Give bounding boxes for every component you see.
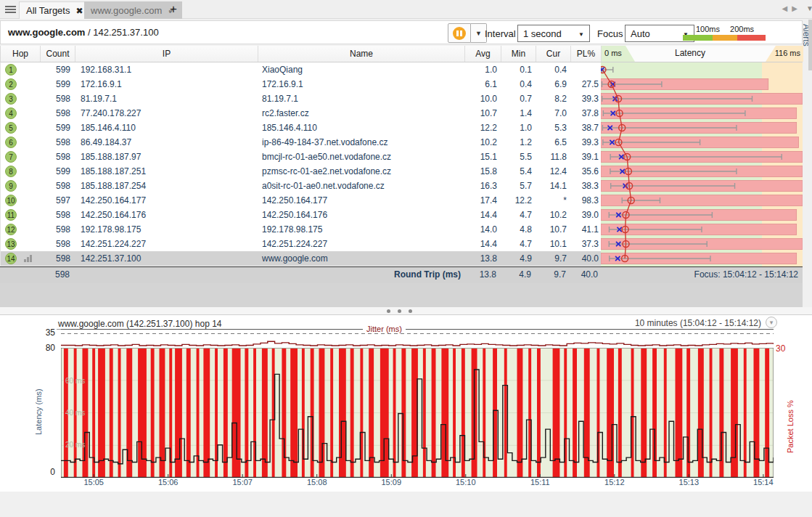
new-tab-button[interactable]: +	[165, 2, 181, 17]
hop-avg: 6.1	[465, 79, 497, 89]
hop-row-6[interactable]: 659886.49.184.37ip-86-49-184-37.net.voda…	[1, 135, 602, 150]
hop-cur: 0.4	[536, 65, 567, 75]
hop-min: 0.4	[501, 79, 532, 89]
hop-badge: 10	[5, 195, 17, 206]
hop-pl: 39.3	[571, 94, 599, 104]
vertical-scrollbar[interactable]	[808, 20, 812, 70]
tab-all-targets[interactable]: All Targets ✖	[19, 1, 91, 19]
hop-min: 1.2	[501, 137, 532, 147]
hop-ip: 142.251.37.100	[81, 253, 141, 264]
tab-scroll-arrows[interactable]: ◀▶	[782, 4, 802, 12]
hop-row-9[interactable]: 9598185.188.187.254a0sit-rc-01-ae0.net.v…	[1, 179, 602, 193]
tab-all-targets-label: All Targets	[26, 5, 70, 16]
hop-ip: 185.188.187.251	[81, 166, 146, 176]
hop-ip: 185.146.4.110	[81, 123, 136, 133]
hop-cur: 10.2	[536, 210, 567, 220]
gridline-label-40: 40 ms	[65, 409, 85, 417]
hop-ip: 192.168.31.1	[81, 65, 131, 75]
col-cur[interactable]: Cur	[536, 46, 571, 62]
hop-cur: 10.1	[536, 239, 567, 249]
hop-cur: 11.8	[536, 152, 567, 162]
close-icon[interactable]: ✖	[75, 6, 83, 16]
hop-name: 142.250.164.176	[262, 210, 327, 220]
timeline-title: www.google.com (142.251.37.100) hop 14	[58, 319, 222, 329]
col-name[interactable]: Name	[258, 46, 465, 62]
graph-shown-icon	[24, 255, 33, 262]
summary-row: 598 Round Trip (ms) 13.8 4.9 9.7 40.0 Fo…	[0, 266, 803, 283]
hop-name: bmcjl-rc-01-ae50.net.vodafone.cz	[262, 152, 391, 162]
hop-ip: 81.19.7.1	[81, 94, 117, 104]
hop-min: 4.7	[501, 210, 532, 220]
gridline-label-20: 20 ms	[65, 441, 85, 449]
table-header: Hop Count IP Name Avg Min Cur PL% 0 ms L…	[0, 46, 803, 62]
col-count[interactable]: Count	[41, 46, 75, 62]
timeline-chart[interactable]	[61, 348, 774, 478]
hop-row-2[interactable]: 2599172.16.9.1172.16.9.16.10.46.927.5	[1, 77, 602, 91]
timeline-panel: www.google.com (142.251.37.100) hop 14 1…	[0, 314, 812, 517]
hop-pl: 37.3	[571, 239, 599, 249]
col-latency-graph[interactable]: 0 ms Latency 116 ms	[602, 46, 803, 62]
scrollbar-area	[0, 492, 812, 517]
hop-row-4[interactable]: 459877.240.178.227rc2.faster.cz10.71.47.…	[1, 106, 602, 121]
col-min[interactable]: Min	[501, 46, 536, 62]
hop-ip: 86.49.184.37	[81, 137, 131, 147]
hop-row-11[interactable]: 11598142.250.164.176142.250.164.17614.44…	[1, 208, 602, 222]
hop-min: 5.4	[501, 166, 532, 176]
hop-row-10[interactable]: 10597142.250.164.177142.250.164.17717.41…	[1, 193, 602, 208]
hop-row-3[interactable]: 359881.19.7.181.19.7.110.00.78.239.3	[1, 91, 602, 106]
hop-row-7[interactable]: 7598185.188.187.97bmcjl-rc-01-ae50.net.v…	[1, 150, 602, 164]
legend-200ms: 200ms	[730, 25, 754, 33]
time-tick-15:14: 15:14	[753, 478, 774, 487]
hop-min: 1.0	[501, 123, 532, 133]
hop-count: 598	[41, 239, 70, 249]
hop-badge: 3	[5, 93, 17, 105]
hop-row-13[interactable]: 13598142.251.224.227142.251.224.22714.44…	[1, 237, 602, 251]
hop-row-1[interactable]: 1599192.168.31.1XiaoQiang1.00.10.4	[1, 62, 602, 77]
jitter-axis-max: 35	[38, 327, 55, 338]
hop-cur: 6.9	[536, 79, 567, 89]
hop-avg: 1.0	[465, 65, 497, 75]
hop-name: www.google.com	[262, 253, 328, 264]
hop-name: 192.178.98.175	[262, 224, 322, 235]
timeline-range[interactable]: 10 minutes (15:04:12 - 15:14:12)	[635, 318, 761, 328]
hop-row-14[interactable]: 14598142.251.37.100www.google.com13.84.9…	[1, 251, 602, 266]
hop-cur: 7.0	[536, 108, 567, 118]
pause-button[interactable]	[448, 23, 471, 43]
interval-select[interactable]: 1 second▼	[517, 25, 590, 42]
hop-pl: 41.1	[571, 224, 599, 235]
hop-badge: 7	[5, 151, 17, 163]
summary-pl: 40.0	[570, 269, 598, 280]
latency-color-legend: 100ms200ms	[683, 25, 766, 41]
hop-pl: 38.3	[571, 181, 599, 191]
col-avg[interactable]: Avg	[465, 46, 501, 62]
hop-row-12[interactable]: 12598192.178.98.175192.178.98.17514.04.8…	[1, 222, 602, 237]
hop-count: 597	[41, 195, 70, 205]
chevron-down-icon: ▼	[578, 31, 584, 38]
hop-row-8[interactable]: 8599185.188.187.251pzmsc-rc-01-ae2.net.v…	[1, 164, 602, 179]
range-chevron-icon[interactable]: ▾	[766, 317, 777, 328]
hop-row-5[interactable]: 5599185.146.4.110185.146.4.11012.21.05.3…	[1, 121, 602, 135]
splitter-grip-icon	[387, 309, 412, 313]
summary-min: 4.9	[501, 269, 531, 280]
hop-name: 142.250.164.177	[262, 195, 327, 205]
hop-pl: 39.1	[571, 152, 599, 162]
time-tick-15:06: 15:06	[158, 478, 179, 487]
hop-avg: 14.4	[465, 239, 497, 249]
target-title: www.google.com / 142.251.37.100	[8, 27, 159, 38]
hop-count: 598	[41, 137, 70, 147]
col-pl[interactable]: PL%	[571, 46, 602, 62]
hop-table-body: 1599192.168.31.1XiaoQiang1.00.10.4259917…	[0, 62, 601, 266]
splitter-area	[0, 283, 803, 307]
col-hop[interactable]: Hop	[1, 46, 41, 62]
hop-pl: 38.7	[571, 123, 599, 133]
summary-label: Round Trip (ms)	[258, 269, 461, 280]
menu-icon[interactable]	[5, 4, 16, 14]
jitter-label: Jitter (ms)	[363, 325, 406, 333]
tab-list-caret-icon[interactable]: ▼	[806, 4, 812, 12]
hop-avg: 16.3	[465, 181, 497, 191]
hop-pl: 27.5	[571, 79, 599, 89]
hop-min: 1.4	[501, 108, 532, 118]
hop-name: rc2.faster.cz	[262, 108, 309, 118]
panel-splitter[interactable]	[0, 307, 812, 314]
col-ip[interactable]: IP	[75, 46, 258, 62]
